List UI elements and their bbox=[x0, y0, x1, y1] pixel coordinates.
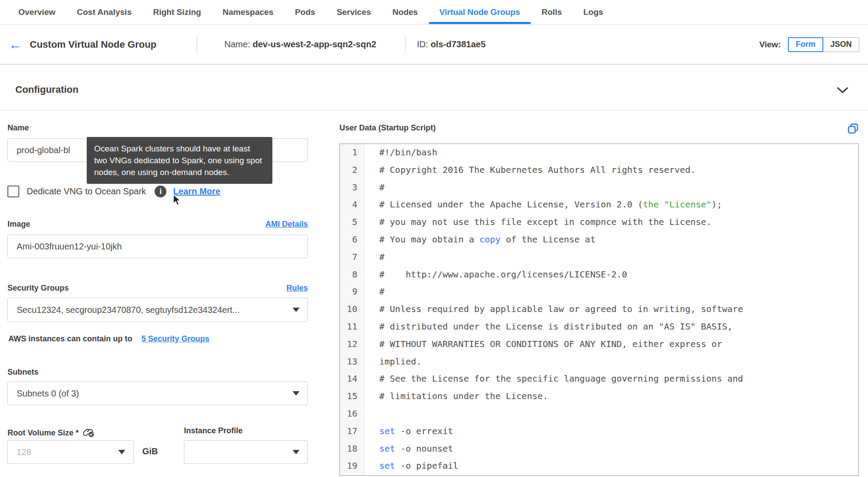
rules-link[interactable]: Rules bbox=[286, 284, 308, 293]
line-number: 3 bbox=[340, 179, 364, 196]
header-divider bbox=[405, 35, 406, 54]
root-volume-placeholder: 128 bbox=[17, 447, 31, 457]
copy-icon[interactable] bbox=[847, 123, 859, 137]
dedicate-vng-label: Dedicate VNG to Ocean Spark bbox=[27, 186, 146, 196]
line-number: 17 bbox=[340, 423, 364, 440]
name-label: Name bbox=[7, 123, 29, 133]
vng-id-label: ID: bbox=[417, 39, 428, 49]
code-text: # Licensed under the Apache License, Ver… bbox=[364, 196, 722, 214]
tab-rolls[interactable]: Rolls bbox=[542, 7, 562, 17]
code-line: 13implied. bbox=[340, 353, 858, 371]
dedicate-vng-checkbox[interactable] bbox=[7, 186, 19, 197]
dedicate-vng-row: Dedicate VNG to Ocean Spark i Learn More bbox=[7, 186, 220, 197]
chevron-down-icon[interactable] bbox=[836, 87, 849, 95]
root-volume-size-dropdown[interactable]: 128 bbox=[7, 440, 134, 464]
line-number: 18 bbox=[340, 440, 364, 458]
tab-namespaces[interactable]: Namespaces bbox=[222, 7, 273, 17]
line-number: 1 bbox=[340, 144, 364, 161]
line-number: 10 bbox=[340, 301, 364, 318]
code-text: # bbox=[364, 283, 385, 301]
root-volume-label: Root Volume Size * bbox=[7, 428, 79, 438]
tab-cost-analysis[interactable]: Cost Analysis bbox=[77, 7, 132, 17]
caret-down-icon bbox=[293, 308, 300, 312]
code-line: 17set -o errexit bbox=[340, 423, 858, 440]
line-number: 7 bbox=[340, 249, 364, 266]
code-text: # limitations under the License. bbox=[364, 388, 548, 405]
view-form-button[interactable]: Form bbox=[788, 37, 823, 52]
configuration-section-header: Configuration bbox=[0, 65, 868, 110]
back-arrow-icon[interactable]: ← bbox=[9, 38, 22, 51]
tab-pods[interactable]: Pods bbox=[295, 7, 315, 17]
root-volume-label-row: Root Volume Size * bbox=[7, 426, 95, 439]
line-number: 13 bbox=[340, 353, 364, 371]
code-text: # http://www.apache.org/licenses/LICENSE… bbox=[364, 266, 627, 284]
code-text: # See the License for the specific langu… bbox=[364, 370, 743, 388]
code-line: 6# You may obtain a copy of the License … bbox=[340, 231, 858, 249]
line-number: 11 bbox=[340, 318, 364, 336]
code-line: 15# limitations under the License. bbox=[340, 388, 858, 405]
code-line: 10# Unless required by applicable law or… bbox=[340, 301, 858, 318]
configuration-title: Configuration bbox=[15, 84, 78, 95]
image-input[interactable]: Ami-003fruuen12-yui-10jkh bbox=[7, 235, 308, 258]
user-data-label: User Data (Startup Script) bbox=[339, 123, 436, 133]
tab-services[interactable]: Services bbox=[337, 7, 371, 17]
code-text: set -o errexit bbox=[364, 423, 453, 440]
info-icon[interactable]: i bbox=[155, 186, 166, 197]
code-line: 2# Copyright 2016 The Kubernetes Authors… bbox=[340, 161, 858, 179]
user-data-editor-body[interactable]: 1#!/bin/bash2# Copyright 2016 The Kubern… bbox=[340, 144, 858, 475]
line-number: 9 bbox=[340, 283, 364, 301]
code-text: # Copyright 2016 The Kubernetes Authors … bbox=[364, 161, 695, 179]
page-title: Custom Virtual Node Group bbox=[30, 39, 156, 50]
security-groups-value: Secu12324, secgroup23470870, segtuyfsd12… bbox=[17, 305, 240, 315]
ami-details-link[interactable]: AMI Details bbox=[265, 220, 308, 229]
header-divider bbox=[197, 35, 197, 54]
code-line: 18set -o nounset bbox=[340, 440, 858, 458]
code-line: 14# See the License for the specific lan… bbox=[340, 370, 858, 388]
five-security-groups-link[interactable]: 5 Security Groups bbox=[141, 334, 209, 343]
user-data-editor[interactable]: 1#!/bin/bash2# Copyright 2016 The Kubern… bbox=[339, 144, 859, 476]
view-toggle-group: View: Form JSON bbox=[759, 37, 859, 52]
view-segmented-control: Form JSON bbox=[788, 37, 859, 52]
view-label: View: bbox=[759, 40, 781, 49]
image-label: Image bbox=[7, 220, 30, 229]
link-check-icon[interactable] bbox=[83, 426, 95, 439]
subnets-dropdown[interactable]: Subnets 0 (of 3) bbox=[7, 382, 308, 405]
code-text: # You may obtain a copy of the License a… bbox=[364, 231, 596, 249]
line-number: 6 bbox=[340, 231, 364, 249]
image-label-row: Image AMI Details bbox=[7, 220, 308, 229]
security-groups-dropdown[interactable]: Secu12324, secgroup23470870, segtuyfsd12… bbox=[7, 298, 308, 322]
tab-virtual-node-groups[interactable]: Virtual Node Groups bbox=[439, 7, 520, 17]
subnets-label: Subnets bbox=[7, 368, 39, 377]
tab-nodes[interactable]: Nodes bbox=[392, 7, 418, 17]
code-line: 7# bbox=[340, 249, 858, 266]
view-json-button[interactable]: JSON bbox=[823, 37, 859, 52]
vng-name-label: Name: bbox=[224, 39, 250, 49]
code-text: set -o nounset bbox=[364, 440, 453, 458]
name-input-value: prod-global-bl bbox=[17, 145, 70, 155]
caret-down-icon bbox=[293, 391, 300, 396]
line-number: 5 bbox=[340, 214, 364, 231]
code-text: implied. bbox=[364, 353, 421, 371]
line-number: 2 bbox=[340, 161, 364, 179]
code-text: # Unless required by applicable law or a… bbox=[364, 301, 743, 318]
line-number: 14 bbox=[340, 370, 364, 388]
code-line: 11# distributed under the License is dis… bbox=[340, 318, 858, 336]
code-text bbox=[364, 405, 379, 423]
tab-logs[interactable]: Logs bbox=[583, 7, 603, 17]
subnets-label-row: Subnets bbox=[7, 368, 308, 377]
ocean-spark-tooltip: Ocean Spark clusters should have at leas… bbox=[87, 137, 272, 184]
line-number: 15 bbox=[340, 388, 364, 405]
code-text: set -o pipefail bbox=[364, 457, 459, 475]
security-groups-label-row: Security Groups Rules bbox=[7, 284, 308, 293]
instance-profile-dropdown[interactable] bbox=[184, 440, 308, 464]
code-text: # bbox=[364, 249, 385, 266]
code-line: 5# you may not use this file except in c… bbox=[340, 214, 858, 231]
line-number: 16 bbox=[340, 405, 364, 423]
caret-down-icon bbox=[118, 450, 125, 454]
tab-right-sizing[interactable]: Right Sizing bbox=[153, 7, 201, 17]
image-input-value: Ami-003fruuen12-yui-10jkh bbox=[17, 242, 122, 252]
code-line: 19set -o pipefail bbox=[340, 457, 858, 475]
security-groups-note: AWS instances can contain up to 5 Securi… bbox=[8, 334, 209, 344]
tab-overview[interactable]: Overview bbox=[18, 7, 56, 17]
vng-name-meta: Name: dev-us-west-2-app-sqn2-sqn2 bbox=[224, 39, 376, 49]
